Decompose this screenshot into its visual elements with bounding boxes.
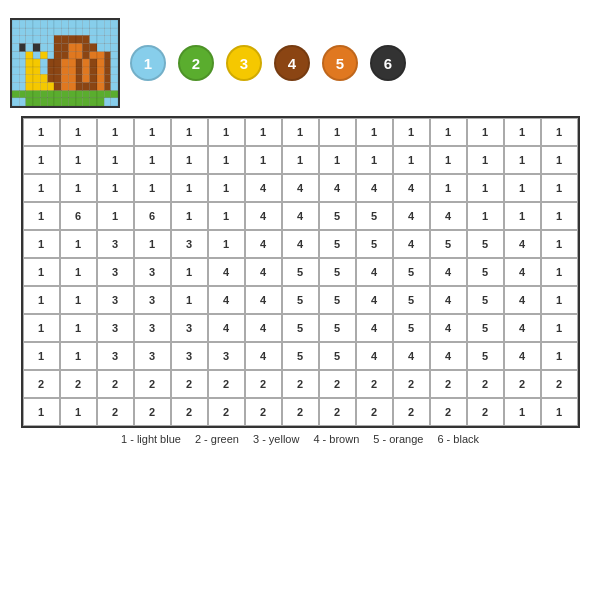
grid-row-6: 113314455454541 xyxy=(23,286,578,314)
grid-cell: 4 xyxy=(245,286,282,314)
grid-cell: 5 xyxy=(319,314,356,342)
grid-cell: 1 xyxy=(23,398,60,426)
grid-cell: 1 xyxy=(504,174,541,202)
grid-cell: 3 xyxy=(97,230,134,258)
grid-cell: 3 xyxy=(171,342,208,370)
grid-cell: 1 xyxy=(504,202,541,230)
grid-cell: 1 xyxy=(541,258,578,286)
grid-cell: 1 xyxy=(541,146,578,174)
grid-cell: 5 xyxy=(393,286,430,314)
grid-cell: 3 xyxy=(208,342,245,370)
grid-container: 1111111111111111111111111111111111114444… xyxy=(21,116,580,428)
grid-cell: 1 xyxy=(393,146,430,174)
grid-cell: 2 xyxy=(171,398,208,426)
grid-cell: 2 xyxy=(97,398,134,426)
legend-item-1: 1 - light blue xyxy=(121,433,181,445)
grid-cell: 1 xyxy=(356,118,393,146)
grid-cell: 2 xyxy=(356,370,393,398)
grid-cell: 3 xyxy=(97,342,134,370)
grid-cell: 2 xyxy=(171,370,208,398)
grid-cell: 2 xyxy=(208,370,245,398)
grid-cell: 1 xyxy=(171,118,208,146)
grid-cell: 4 xyxy=(245,342,282,370)
grid-cell: 1 xyxy=(60,342,97,370)
grid-cell: 1 xyxy=(23,202,60,230)
grid-cell: 1 xyxy=(134,146,171,174)
grid-cell: 2 xyxy=(356,398,393,426)
grid-row-7: 113334455454541 xyxy=(23,314,578,342)
grid-cell: 4 xyxy=(282,230,319,258)
grid-row-10: 112222222222211 xyxy=(23,398,578,426)
grid-cell: 4 xyxy=(430,286,467,314)
grid-cell: 4 xyxy=(504,314,541,342)
grid-cell: 1 xyxy=(541,174,578,202)
grid-cell: 1 xyxy=(430,174,467,202)
legend-item-3: 3 - yellow xyxy=(253,433,299,445)
grid-cell: 2 xyxy=(467,398,504,426)
grid-cell: 4 xyxy=(356,314,393,342)
color-legend-circles: 123456 xyxy=(130,45,406,81)
grid-cell: 1 xyxy=(171,202,208,230)
grid-cell: 2 xyxy=(319,398,356,426)
color-circle-5: 5 xyxy=(322,45,358,81)
grid-cell: 5 xyxy=(467,314,504,342)
grid-cell: 4 xyxy=(504,230,541,258)
grid-cell: 4 xyxy=(504,342,541,370)
grid-cell: 1 xyxy=(97,146,134,174)
grid-cell: 1 xyxy=(504,118,541,146)
grid-row-9: 222222222222222 xyxy=(23,370,578,398)
legend-item-5: 5 - orange xyxy=(373,433,423,445)
color-circle-3: 3 xyxy=(226,45,262,81)
grid-cell: 1 xyxy=(541,202,578,230)
grid-cell: 5 xyxy=(282,342,319,370)
grid-cell: 4 xyxy=(504,258,541,286)
grid-cell: 1 xyxy=(60,174,97,202)
grid-row-8: 113333455444541 xyxy=(23,342,578,370)
grid-cell: 5 xyxy=(467,230,504,258)
grid-cell: 6 xyxy=(134,202,171,230)
grid-cell: 1 xyxy=(504,398,541,426)
grid-cell: 2 xyxy=(319,370,356,398)
grid-cell: 1 xyxy=(60,286,97,314)
grid-cell: 2 xyxy=(134,370,171,398)
grid-cell: 2 xyxy=(134,398,171,426)
grid-cell: 4 xyxy=(430,314,467,342)
preview-image xyxy=(10,18,120,108)
grid-cell: 3 xyxy=(97,258,134,286)
grid-cell: 2 xyxy=(430,370,467,398)
grid-cell: 1 xyxy=(60,230,97,258)
grid-cell: 4 xyxy=(282,174,319,202)
grid-row-0: 111111111111111 xyxy=(23,118,578,146)
legend-item-4: 4 - brown xyxy=(313,433,359,445)
grid-cell: 1 xyxy=(60,118,97,146)
grid-cell: 1 xyxy=(171,258,208,286)
grid-cell: 4 xyxy=(245,258,282,286)
legend-text: 1 - light blue2 - green3 - yellow4 - bro… xyxy=(121,433,479,445)
grid-cell: 5 xyxy=(356,230,393,258)
grid-cell: 3 xyxy=(97,314,134,342)
grid-cell: 1 xyxy=(134,230,171,258)
grid-cell: 5 xyxy=(393,258,430,286)
grid-cell: 4 xyxy=(245,314,282,342)
grid-cell: 1 xyxy=(430,146,467,174)
grid-cell: 1 xyxy=(467,202,504,230)
grid-cell: 2 xyxy=(245,370,282,398)
grid-cell: 1 xyxy=(208,174,245,202)
grid-cell: 4 xyxy=(430,258,467,286)
grid-cell: 1 xyxy=(245,146,282,174)
grid-cell: 3 xyxy=(134,342,171,370)
grid-cell: 2 xyxy=(245,398,282,426)
grid-cell: 1 xyxy=(541,342,578,370)
grid-cell: 1 xyxy=(23,314,60,342)
grid-cell: 1 xyxy=(541,230,578,258)
grid-cell: 1 xyxy=(23,230,60,258)
grid-cell: 1 xyxy=(97,118,134,146)
grid-cell: 1 xyxy=(393,118,430,146)
grid-cell: 5 xyxy=(356,202,393,230)
grid-cell: 2 xyxy=(97,370,134,398)
color-circle-4: 4 xyxy=(274,45,310,81)
grid-cell: 1 xyxy=(504,146,541,174)
grid-cell: 4 xyxy=(356,286,393,314)
color-circle-2: 2 xyxy=(178,45,214,81)
grid-cell: 1 xyxy=(282,146,319,174)
